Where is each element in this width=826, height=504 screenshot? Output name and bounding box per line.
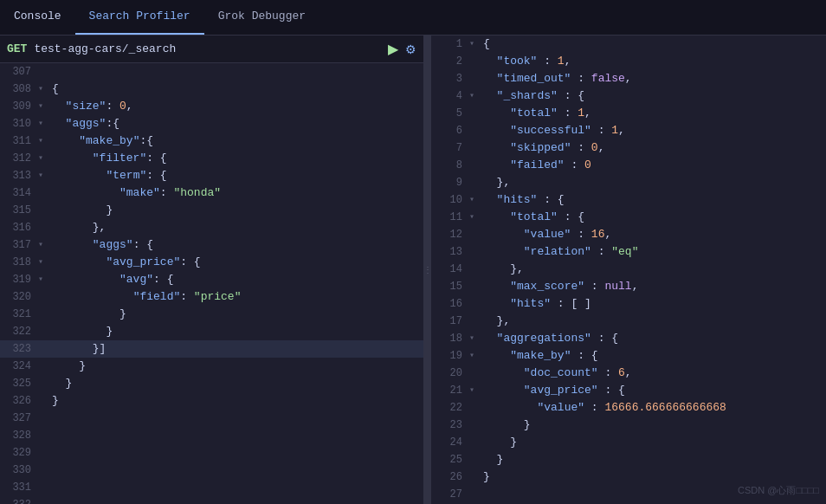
fold-arrow[interactable] [38,63,48,81]
fold-arrow[interactable] [469,105,480,122]
fold-arrow[interactable] [469,53,480,70]
code-line: 329 [0,444,423,462]
fold-arrow[interactable] [38,427,48,444]
fold-arrow[interactable] [38,479,48,496]
fold-arrow[interactable] [38,306,48,323]
code-line: 16 "hits" : [ ] [431,295,826,313]
code-line: 18▾ "aggregations" : { [431,330,826,347]
code-content: "doc_count" : 6, [480,365,826,382]
fold-arrow[interactable] [38,375,48,392]
code-content: "make_by":{ [48,132,423,150]
fold-arrow[interactable]: ▾ [469,382,480,399]
code-content: "max_score" : null, [480,278,826,295]
fold-arrow[interactable]: ▾ [469,330,480,347]
fold-arrow[interactable] [38,496,48,504]
fold-arrow[interactable]: ▾ [38,81,48,98]
run-button[interactable]: ▶ [388,41,398,57]
line-number: 327 [0,410,38,427]
fold-arrow[interactable] [38,323,48,340]
code-line: 309▾ "size": 0, [0,98,423,115]
tab-grok-debugger[interactable]: Grok Debugger [204,0,319,35]
fold-arrow[interactable] [469,226,480,243]
code-content: "value" : 16, [480,226,826,243]
code-line: 23 } [431,417,826,434]
code-line: 319▾ "avg": { [0,271,423,288]
fold-arrow[interactable]: ▾ [469,36,480,53]
code-content [48,63,423,81]
fold-arrow[interactable]: ▾ [469,191,480,209]
fold-arrow[interactable]: ▾ [38,98,48,115]
fold-arrow[interactable] [469,468,480,486]
fold-arrow[interactable] [469,313,480,330]
line-number: 25 [431,451,469,468]
line-number: 19 [431,347,469,365]
fold-arrow[interactable] [38,462,48,479]
fold-arrow[interactable] [469,122,480,139]
code-content: "total" : 1, [480,105,826,122]
fold-arrow[interactable] [38,184,48,202]
code-content: { [48,81,423,98]
fold-arrow[interactable]: ▾ [38,150,48,167]
tab-search-profiler[interactable]: Search Profiler [75,0,204,35]
line-number: 24 [431,434,469,451]
left-code-area: 307 308▾{309▾ "size": 0,310▾ "aggs":{311… [0,63,423,504]
fold-arrow[interactable]: ▾ [469,347,480,365]
line-number: 308 [0,81,38,98]
fold-arrow[interactable] [469,417,480,434]
line-number: 20 [431,365,469,382]
fold-arrow[interactable] [469,278,480,295]
code-content: "failed" : 0 [480,157,826,174]
fold-arrow[interactable] [469,486,480,503]
line-number: 18 [431,330,469,347]
code-content: "hits" : { [480,191,826,209]
code-line: 322 } [0,323,423,340]
request-url: test-agg-cars/_search [34,42,381,55]
code-line: 21▾ "avg_price" : { [431,382,826,399]
fold-arrow[interactable] [469,365,480,382]
fold-arrow[interactable] [469,157,480,174]
fold-arrow[interactable] [469,174,480,191]
fold-arrow[interactable] [469,139,480,157]
fold-arrow[interactable] [469,399,480,417]
code-content [48,427,423,444]
fold-arrow[interactable] [469,434,480,451]
fold-arrow[interactable]: ▾ [38,236,48,254]
fold-arrow[interactable] [469,261,480,278]
fold-arrow[interactable] [469,243,480,261]
line-number: 21 [431,382,469,399]
settings-button[interactable]: ⚙ [405,42,416,56]
code-line: 320 "field": "price" [0,288,423,306]
code-content: "relation" : "eq" [480,243,826,261]
fold-arrow[interactable] [38,340,48,358]
fold-arrow[interactable] [469,295,480,313]
fold-arrow[interactable]: ▾ [38,254,48,271]
fold-arrow[interactable] [38,410,48,427]
fold-arrow[interactable] [469,451,480,468]
line-number: 311 [0,132,38,150]
line-number: 3 [431,70,469,87]
code-line: 26 } [431,468,826,486]
code-content: "filter": { [48,150,423,167]
fold-arrow[interactable] [38,444,48,462]
fold-arrow[interactable]: ▾ [38,115,48,132]
fold-arrow[interactable] [38,219,48,236]
fold-arrow[interactable] [38,202,48,219]
main-layout: GET test-agg-cars/_search ▶ ⚙ 307 308▾{3… [0,36,826,504]
panel-divider[interactable]: ⋮ [424,36,431,504]
line-number: 17 [431,313,469,330]
line-number: 2 [431,53,469,70]
code-line: 25 } [431,451,826,468]
fold-arrow[interactable]: ▾ [469,209,480,226]
fold-arrow[interactable] [38,288,48,306]
code-line: 13 "relation" : "eq" [431,243,826,261]
fold-arrow[interactable] [38,358,48,375]
fold-arrow[interactable]: ▾ [38,271,48,288]
code-line: 20 "doc_count" : 6, [431,365,826,382]
fold-arrow[interactable]: ▾ [469,87,480,105]
tab-console[interactable]: Console [0,0,75,35]
fold-arrow[interactable]: ▾ [38,132,48,150]
line-number: 316 [0,219,38,236]
fold-arrow[interactable]: ▾ [38,167,48,184]
fold-arrow[interactable] [469,70,480,87]
fold-arrow[interactable] [38,392,48,410]
